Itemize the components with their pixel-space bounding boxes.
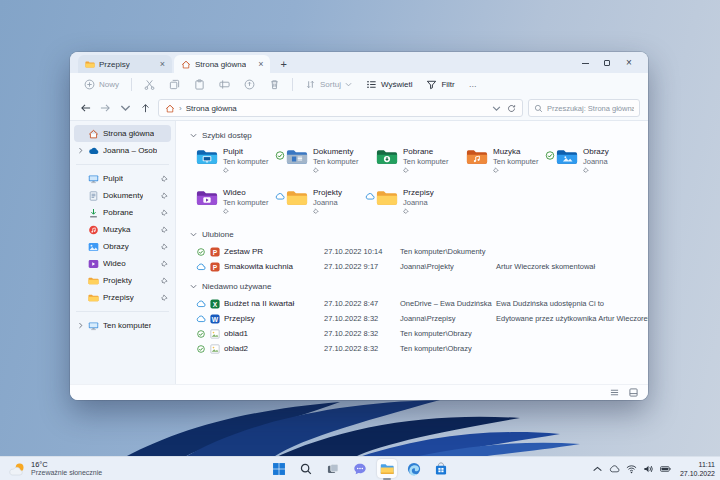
sidebar-item-przepisy[interactable]: Przepisy <box>74 289 171 306</box>
forward-button[interactable] <box>98 101 113 116</box>
section-favorites[interactable]: Ulubione <box>190 227 642 241</box>
weather-desc: Przeważnie słonecznie <box>31 469 102 477</box>
breadcrumb[interactable]: Strona główna <box>158 99 523 117</box>
clock-time: 11:11 <box>680 460 715 469</box>
wifi-icon <box>626 464 637 474</box>
tile-obrazy[interactable]: Obrazy Joanna <box>556 147 646 179</box>
sidebar-item-wideo[interactable]: Wideo <box>74 255 171 272</box>
tile-muzyka[interactable]: Muzyka Ten komputer <box>466 147 556 179</box>
large-icons-view-button[interactable] <box>629 388 638 397</box>
file-row[interactable]: obiad2 27.10.2022 8:32 Ten komputer\Obra… <box>196 341 642 356</box>
sidebar-item-obrazy[interactable]: Obrazy <box>74 238 171 255</box>
view-icon <box>366 79 377 90</box>
file-row[interactable]: P Zestaw PR 27.10.2022 10:14 Ten kompute… <box>196 244 642 259</box>
task-view-button[interactable] <box>323 459 343 478</box>
start-button[interactable] <box>269 459 289 478</box>
filter-button[interactable]: Filtr <box>420 77 460 92</box>
file-row[interactable]: obiad1 27.10.2022 8:32 Ten komputer\Obra… <box>196 326 642 341</box>
sidebar-item-pobrane[interactable]: Pobrane <box>74 204 171 221</box>
file-explorer-button[interactable] <box>377 459 397 478</box>
weather-temp: 16°C <box>31 460 102 469</box>
section-recent[interactable]: Niedawno używane <box>190 279 642 293</box>
edge-button[interactable] <box>404 459 424 478</box>
share-button[interactable] <box>238 77 261 92</box>
system-tray: 11:11 27.10.2022 <box>592 459 715 479</box>
recent-locations-button[interactable] <box>118 101 133 116</box>
file-row[interactable]: X Budżet na II kwartał 27.10.2022 8:47 O… <box>196 296 642 311</box>
content-pane: Szybki dostęp Pulpit Ten komputer Dokume… <box>176 121 648 384</box>
chevron-down-icon[interactable] <box>492 104 501 113</box>
large-icons-view-icon <box>629 388 638 397</box>
tab-bar: Przepisy × Strona główna × + × <box>70 52 648 73</box>
tile-przepisy[interactable]: Przepisy Joanna <box>376 188 466 220</box>
new-tab-button[interactable]: + <box>280 59 286 70</box>
tab-close-icon[interactable]: × <box>152 60 165 69</box>
download-icon <box>88 208 99 218</box>
tray-wifi[interactable] <box>626 464 637 474</box>
sidebar-item-muzyka[interactable]: Muzyka <box>74 221 171 238</box>
copy-icon <box>169 79 180 90</box>
rename-button[interactable] <box>213 77 236 92</box>
tile-pobrane[interactable]: Pobrane Ten komputer <box>376 147 466 179</box>
minimize-button[interactable] <box>574 55 596 71</box>
paste-icon <box>194 79 205 90</box>
up-icon <box>140 103 151 113</box>
tab-strona-glowna[interactable]: Strona główna × <box>174 55 270 73</box>
sidebar-item-ten-komputer[interactable]: Ten komputer <box>74 317 171 334</box>
desktop-folder-icon <box>196 148 218 166</box>
tile-wideo[interactable]: Wideo Ten komputer <box>196 188 286 220</box>
sort-icon <box>305 79 316 90</box>
refresh-icon[interactable] <box>507 104 516 113</box>
explorer-icon <box>380 462 394 476</box>
new-button[interactable]: Nowy <box>78 77 125 92</box>
sort-button[interactable]: Sortuj <box>299 77 358 92</box>
delete-button[interactable] <box>263 77 286 92</box>
computer-icon <box>88 321 99 331</box>
search-box[interactable] <box>528 99 640 117</box>
sidebar-item-joanna-osobiste[interactable]: Joanna – Osobiste <box>74 142 171 159</box>
sidebar-item-projekty[interactable]: Projekty <box>74 272 171 289</box>
tray-show-hidden[interactable] <box>592 464 603 474</box>
search-button[interactable] <box>296 459 316 478</box>
cut-button[interactable] <box>138 77 161 92</box>
sidebar-item-pulpit[interactable]: Pulpit <box>74 170 171 187</box>
file-row[interactable]: P Smakowita kuchnia 27.10.2022 9:17 Joan… <box>196 259 642 274</box>
tile-projekty[interactable]: Projekty Joanna <box>286 188 376 220</box>
pin-icon <box>161 243 168 250</box>
tile-pulpit[interactable]: Pulpit Ten komputer <box>196 147 286 179</box>
sync-check-icon <box>196 330 206 338</box>
store-button[interactable] <box>431 459 451 478</box>
sidebar-item-strona-glowna[interactable]: Strona główna <box>74 125 171 142</box>
sync-cloud-icon <box>275 192 285 201</box>
search-input[interactable] <box>547 104 634 113</box>
maximize-button[interactable] <box>596 55 618 71</box>
copy-button[interactable] <box>163 77 186 92</box>
details-view-button[interactable] <box>610 388 619 397</box>
tray-battery[interactable] <box>660 464 671 474</box>
music-folder-icon <box>466 148 488 166</box>
word-icon: W <box>210 314 220 324</box>
close-button[interactable]: × <box>618 55 640 71</box>
tab-przepisy[interactable]: Przepisy × <box>78 55 172 73</box>
tile-dokumenty[interactable]: Dokumenty Ten komputer <box>286 147 376 179</box>
sync-cloud-icon <box>196 300 206 308</box>
tray-volume[interactable] <box>643 464 654 474</box>
more-button[interactable]: … <box>463 78 483 91</box>
tray-onedrive[interactable] <box>609 464 620 474</box>
widgets-button[interactable]: 16°C Przeważnie słonecznie <box>5 459 106 479</box>
view-button[interactable]: Wyświetl <box>360 77 418 92</box>
back-button[interactable] <box>78 101 93 116</box>
chat-button[interactable] <box>350 459 370 478</box>
taskbar-clock[interactable]: 11:11 27.10.2022 <box>677 460 715 478</box>
file-row[interactable]: W Przepisy 27.10.2022 8:32 Joanna\Przepi… <box>196 311 642 326</box>
documents-folder-icon <box>286 148 308 166</box>
paste-button[interactable] <box>188 77 211 92</box>
tab-close-icon[interactable]: × <box>250 60 263 69</box>
section-quick-access[interactable]: Szybki dostęp <box>190 128 642 142</box>
home-icon <box>88 129 99 139</box>
clock-date: 27.10.2022 <box>680 469 715 478</box>
up-button[interactable] <box>138 101 153 116</box>
sidebar-item-dokumenty[interactable]: Dokumenty <box>74 187 171 204</box>
chevron-up-icon <box>592 464 603 474</box>
breadcrumb-item[interactable]: Strona główna <box>186 104 237 113</box>
